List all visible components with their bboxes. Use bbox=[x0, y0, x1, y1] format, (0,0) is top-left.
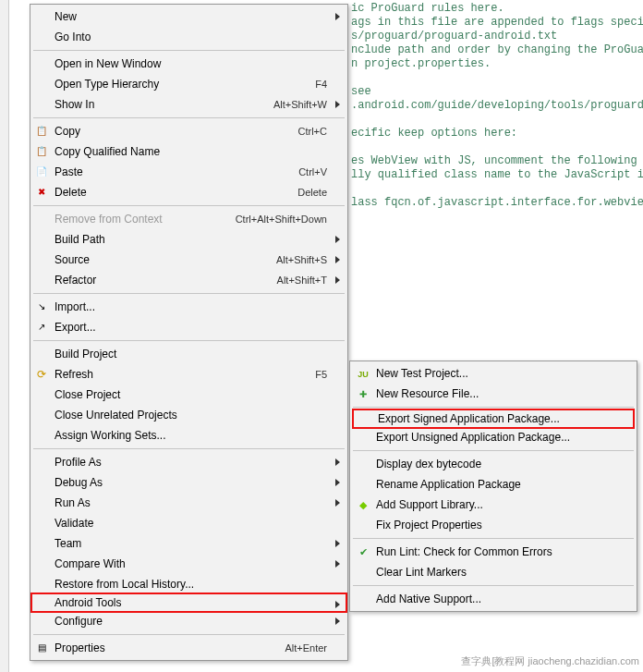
menu-item-compare-with[interactable]: Compare With bbox=[32, 554, 346, 574]
watermark: 查字典[教程网 jiaocheng.chazidian.com bbox=[461, 654, 639, 668]
menu-item-refactor[interactable]: RefactorAlt+Shift+T bbox=[32, 270, 346, 290]
submenu-item-display-dex-bytecode[interactable]: Display dex bytecode bbox=[352, 454, 635, 474]
menu-item-open-in-new-window[interactable]: Open in New Window bbox=[32, 54, 346, 74]
menu-item-label: Source bbox=[36, 253, 276, 266]
submenu-item-label: Add Support Library... bbox=[376, 498, 483, 511]
submenu-item-add-support-library[interactable]: Add Support Library... bbox=[352, 495, 635, 515]
menu-item-copy-qualified-name[interactable]: Copy Qualified Name bbox=[32, 141, 346, 162]
check-icon bbox=[356, 544, 370, 559]
android-tools-submenu: New Test Project...New Resource File...E… bbox=[349, 360, 637, 612]
menu-item-label: Compare With bbox=[36, 557, 327, 570]
menu-item-label: Delete bbox=[36, 186, 297, 199]
menu-item-label: Go Into bbox=[36, 31, 327, 43]
refresh-icon bbox=[34, 367, 49, 382]
gutter-strip bbox=[0, 0, 9, 672]
menu-item-run-as[interactable]: Run As bbox=[32, 493, 346, 513]
menu-item-delete[interactable]: DeleteDelete bbox=[32, 182, 346, 202]
submenu-item-label: Export Unsigned Application Package... bbox=[376, 431, 570, 444]
menu-item-team[interactable]: Team bbox=[32, 533, 346, 554]
submenu-item-label: Run Lint: Check for Common Errors bbox=[376, 545, 552, 558]
submenu-item-run-lint-check-for-common-errors[interactable]: Run Lint: Check for Common Errors bbox=[352, 542, 635, 562]
export-icon bbox=[34, 320, 49, 335]
submenu-item-label: Fix Project Properties bbox=[376, 519, 482, 531]
menu-item-label: Refresh bbox=[36, 368, 315, 381]
menu-item-configure[interactable]: Configure bbox=[32, 611, 346, 631]
submenu-item-label: New Test Project... bbox=[376, 367, 468, 380]
menu-item-properties[interactable]: PropertiesAlt+Enter bbox=[32, 638, 346, 658]
menu-separator bbox=[33, 448, 345, 449]
menu-item-label: Team bbox=[36, 537, 327, 550]
menu-item-android-tools[interactable]: Android Tools bbox=[30, 593, 347, 613]
menu-item-validate[interactable]: Validate bbox=[32, 513, 346, 533]
menu-item-label: Refactor bbox=[36, 274, 277, 287]
menu-item-label: Assign Working Sets... bbox=[36, 429, 327, 442]
menu-item-label: Restore from Local History... bbox=[36, 578, 327, 591]
menu-item-paste[interactable]: PasteCtrl+V bbox=[32, 162, 346, 182]
paste-icon bbox=[34, 165, 49, 179]
submenu-item-add-native-support[interactable]: Add Native Support... bbox=[352, 589, 635, 609]
menu-separator bbox=[33, 634, 345, 635]
android-icon bbox=[356, 497, 370, 512]
menu-item-assign-working-sets[interactable]: Assign Working Sets... bbox=[32, 425, 346, 446]
menu-item-label: Copy Qualified Name bbox=[36, 145, 327, 158]
menu-item-debug-as[interactable]: Debug As bbox=[32, 472, 346, 493]
menu-item-label: Run As bbox=[36, 496, 327, 509]
submenu-item-fix-project-properties[interactable]: Fix Project Properties bbox=[352, 515, 635, 535]
menu-item-open-type-hierarchy[interactable]: Open Type HierarchyF4 bbox=[32, 74, 346, 94]
submenu-separator bbox=[353, 407, 634, 408]
menu-item-close-project[interactable]: Close Project bbox=[32, 385, 346, 405]
menu-item-accel: F5 bbox=[315, 369, 327, 380]
submenu-item-label: Display dex bytecode bbox=[376, 458, 481, 470]
menu-item-new[interactable]: New bbox=[32, 6, 346, 27]
newfile-icon bbox=[356, 386, 370, 401]
submenu-item-new-test-project[interactable]: New Test Project... bbox=[352, 363, 635, 384]
menu-item-copy[interactable]: CopyCtrl+C bbox=[32, 121, 346, 141]
menu-item-label: Android Tools bbox=[36, 596, 327, 609]
menu-item-label: Close Project bbox=[36, 388, 327, 401]
menu-item-accel: Ctrl+C bbox=[298, 126, 327, 137]
copy-icon bbox=[34, 144, 49, 159]
submenu-item-clear-lint-markers[interactable]: Clear Lint Markers bbox=[352, 562, 635, 582]
menu-item-label: Profile As bbox=[36, 456, 327, 469]
submenu-separator bbox=[353, 585, 634, 586]
submenu-item-export-unsigned-application-package[interactable]: Export Unsigned Application Package... bbox=[352, 427, 635, 447]
menu-item-build-path[interactable]: Build Path bbox=[32, 229, 346, 250]
menu-item-label: Export... bbox=[36, 321, 327, 334]
menu-item-accel: Alt+Enter bbox=[285, 642, 327, 654]
menu-item-source[interactable]: SourceAlt+Shift+S bbox=[32, 250, 346, 270]
submenu-item-rename-application-package[interactable]: Rename Application Package bbox=[352, 474, 635, 495]
menu-item-label: Import... bbox=[36, 300, 327, 313]
menu-item-accel: F4 bbox=[315, 79, 327, 90]
menu-item-label: Debug As bbox=[36, 476, 327, 489]
submenu-item-new-resource-file[interactable]: New Resource File... bbox=[352, 384, 635, 404]
menu-item-label: Build Project bbox=[36, 348, 327, 360]
del-icon bbox=[34, 185, 49, 200]
menu-item-build-project[interactable]: Build Project bbox=[32, 344, 346, 364]
menu-item-label: Open Type Hierarchy bbox=[36, 78, 315, 91]
menu-separator bbox=[33, 117, 345, 118]
menu-item-accel: Ctrl+Alt+Shift+Down bbox=[236, 214, 327, 225]
menu-item-label: Properties bbox=[36, 641, 285, 654]
submenu-item-export-signed-application-package[interactable]: Export Signed Application Package... bbox=[352, 409, 635, 429]
submenu-item-label: Export Signed Application Package... bbox=[378, 412, 560, 425]
menu-separator bbox=[33, 340, 345, 341]
submenu-item-label: New Resource File... bbox=[376, 387, 479, 400]
menu-item-remove-from-context: Remove from ContextCtrl+Alt+Shift+Down bbox=[32, 209, 346, 229]
menu-item-profile-as[interactable]: Profile As bbox=[32, 452, 346, 472]
menu-item-restore-from-local-history[interactable]: Restore from Local History... bbox=[32, 574, 346, 594]
menu-item-accel: Alt+Shift+S bbox=[276, 254, 327, 265]
menu-item-accel: Ctrl+V bbox=[298, 166, 327, 177]
menu-item-accel: Alt+Shift+T bbox=[277, 275, 327, 286]
menu-item-export[interactable]: Export... bbox=[32, 317, 346, 337]
menu-item-label: Close Unrelated Projects bbox=[36, 409, 327, 422]
menu-item-label: Show In bbox=[36, 98, 273, 111]
menu-separator bbox=[33, 205, 345, 206]
submenu-separator bbox=[353, 538, 634, 539]
submenu-separator bbox=[353, 450, 634, 451]
menu-item-refresh[interactable]: RefreshF5 bbox=[32, 364, 346, 385]
menu-item-go-into[interactable]: Go Into bbox=[32, 27, 346, 47]
menu-item-show-in[interactable]: Show InAlt+Shift+W bbox=[32, 94, 346, 115]
menu-item-import[interactable]: Import... bbox=[32, 297, 346, 317]
menu-item-close-unrelated-projects[interactable]: Close Unrelated Projects bbox=[32, 405, 346, 425]
submenu-item-label: Add Native Support... bbox=[376, 593, 481, 605]
